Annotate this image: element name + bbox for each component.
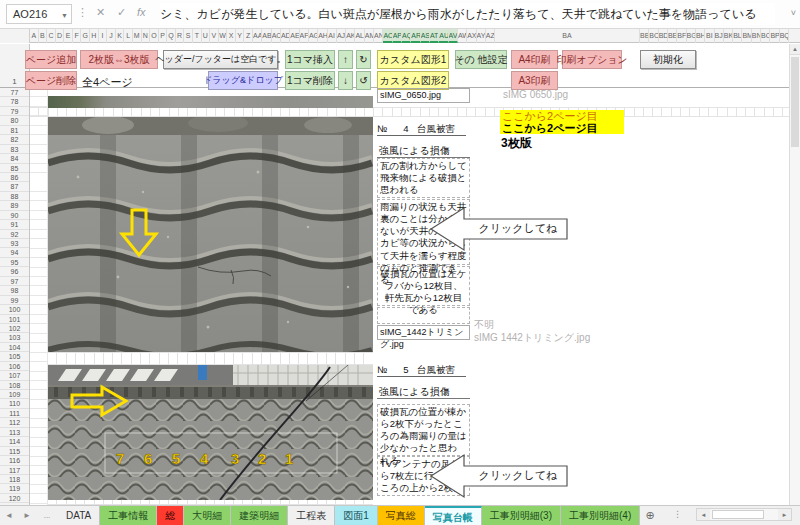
column-header-l[interactable]: L	[124, 29, 133, 43]
add-sheet-icon[interactable]: ⊕	[640, 506, 660, 525]
column-header-an[interactable]: AN	[374, 29, 383, 43]
column-header-t[interactable]: T	[193, 29, 202, 43]
column-header-bg[interactable]: BG	[687, 29, 696, 43]
tab-nav-more[interactable]: ...	[36, 506, 58, 525]
column-header-j[interactable]: J	[107, 29, 116, 43]
column-headers-aa-az[interactable]: AAABACADAEAFAGAHAIAJAKALAMANAOAPAQARASAT…	[253, 29, 495, 43]
click-callout-2[interactable]: クリックしてね	[428, 452, 569, 500]
column-header-ab[interactable]: AB	[262, 29, 271, 43]
column-header-bd[interactable]: BD	[659, 29, 668, 43]
column-header-z[interactable]: Z	[244, 29, 253, 43]
column-header-r[interactable]: R	[176, 29, 185, 43]
column-header-h[interactable]: H	[90, 29, 99, 43]
horizontal-scrollbar[interactable]: ◄ ►	[696, 508, 792, 521]
column-header-y[interactable]: Y	[236, 29, 245, 43]
scroll-right-icon[interactable]: ►	[778, 509, 791, 520]
column-header-aj[interactable]: AJ	[337, 29, 346, 43]
row-header-109[interactable]: 109	[0, 390, 29, 399]
row-header-105[interactable]: 105	[0, 352, 29, 361]
sheet-tab-工事別明細(4)[interactable]: 工事別明細(4)	[561, 506, 640, 525]
photo-roof-closeup[interactable]	[48, 117, 373, 352]
column-header-k[interactable]: K	[116, 29, 125, 43]
column-header-ah[interactable]: AH	[318, 29, 327, 43]
column-header-at[interactable]: AT	[430, 29, 439, 43]
column-header-ac[interactable]: AC	[272, 29, 281, 43]
row-header-111[interactable]: 111	[0, 409, 29, 418]
position-desc-cell[interactable]: 破損瓦の位置が棟から2枚下がったところの為雨漏りの量は少なかったと思われる	[377, 404, 470, 456]
column-header-s[interactable]: S	[184, 29, 193, 43]
row-header-107[interactable]: 107	[0, 371, 29, 380]
row-header-95[interactable]: 95	[0, 258, 29, 267]
column-header-au[interactable]: AU	[439, 29, 448, 43]
rotate-ccw-button[interactable]: ↺	[356, 71, 371, 90]
scroll-left-icon[interactable]: ◄	[697, 509, 710, 520]
a4-print-button[interactable]: A4印刷	[511, 50, 558, 69]
row-header-79[interactable]: 79	[0, 107, 29, 116]
drag-drop-button[interactable]: ドラッグ&ドロップ	[208, 71, 278, 90]
accept-icon[interactable]: ✓	[117, 6, 126, 19]
row-header-81[interactable]: 81	[0, 126, 29, 135]
column-header-m[interactable]: M	[133, 29, 142, 43]
page-delete-button[interactable]: ページ削除	[25, 71, 77, 90]
column-header-g[interactable]: G	[81, 29, 90, 43]
row-header-97[interactable]: 97	[0, 277, 29, 286]
row-header-117[interactable]: 117	[0, 466, 29, 475]
column-header-w[interactable]: W	[219, 29, 228, 43]
column-header-a[interactable]: A	[30, 29, 39, 43]
column-header-ay[interactable]: AY	[477, 29, 486, 43]
row-header-102[interactable]: 102	[0, 324, 29, 333]
name-box-dropdown-icon[interactable]: ▼	[61, 12, 68, 19]
move-up-button[interactable]: ↑	[338, 50, 353, 69]
column-header-bq[interactable]: BQ	[780, 29, 789, 43]
column-header-bc[interactable]: BC	[649, 29, 658, 43]
row-header-114[interactable]: 114	[0, 437, 29, 446]
other-settings-button[interactable]: その 他設定	[455, 50, 507, 69]
custom-shape1-button[interactable]: カスタム図形1	[377, 50, 449, 69]
row-header-120[interactable]: 120	[0, 494, 29, 503]
column-header-am[interactable]: AM	[365, 29, 374, 43]
sheet-tab-図面1[interactable]: 図面1	[335, 506, 378, 525]
row-header-94[interactable]: 94	[0, 248, 29, 257]
layout-toggle-button[interactable]: 2枚版⇔3枚版	[80, 50, 158, 69]
row-header-86[interactable]: 86	[0, 173, 29, 182]
header-footer-button[interactable]: ヘッダー/フッターは空白です。	[163, 50, 278, 69]
cancel-icon[interactable]: ✕	[96, 6, 105, 19]
sheet-tab-総[interactable]: 総	[157, 506, 184, 525]
column-header-d[interactable]: D	[56, 29, 65, 43]
sheet-tab-工程表[interactable]: 工程表	[288, 506, 335, 525]
column-header-bf[interactable]: BF	[677, 29, 686, 43]
scroll-up-icon[interactable]: ▲	[790, 44, 800, 55]
column-header-o[interactable]: O	[150, 29, 159, 43]
row-header-88[interactable]: 88	[0, 192, 29, 201]
column-header-aq[interactable]: AQ	[402, 29, 411, 43]
row-header-100[interactable]: 100	[0, 305, 29, 314]
column-header-ap[interactable]: AP	[393, 29, 402, 43]
photo1-number-cell[interactable]: № 4 台風被害	[377, 120, 470, 136]
row-header-112[interactable]: 112	[0, 418, 29, 427]
column-header-ar[interactable]: AR	[411, 29, 420, 43]
column-header-aa[interactable]: AA	[253, 29, 262, 43]
row-header-116[interactable]: 116	[0, 456, 29, 465]
row-header-115[interactable]: 115	[0, 447, 29, 456]
column-header-bk[interactable]: BK	[724, 29, 733, 43]
row-header-99[interactable]: 99	[0, 296, 29, 305]
column-header-bo[interactable]: BO	[761, 29, 770, 43]
column-header-p[interactable]: P	[159, 29, 168, 43]
damage-type-cell[interactable]: 強風による損傷	[377, 385, 470, 399]
sheet-tab-DATA[interactable]: DATA	[58, 506, 100, 525]
column-header-b[interactable]: B	[39, 29, 48, 43]
sheet-tab-建築明細[interactable]: 建築明細	[231, 506, 288, 525]
row-headers[interactable]: 7778798081828384858687888990919293949596…	[0, 88, 30, 505]
photo-roof-overview[interactable]: 7 6 5 4 3 2 1	[48, 365, 373, 500]
sheet-tab-写真台帳[interactable]: 写真台帳	[425, 506, 482, 525]
select-all-corner[interactable]	[0, 29, 30, 43]
row-header-118[interactable]: 118	[0, 475, 29, 484]
tab-nav-right-icon[interactable]: ►	[18, 506, 36, 525]
row-header-89[interactable]: 89	[0, 201, 29, 210]
frame-delete-button[interactable]: 1コマ削除	[285, 71, 335, 90]
row-header-84[interactable]: 84	[0, 154, 29, 163]
sheet-tab-写真総[interactable]: 写真総	[378, 506, 425, 525]
photo2-number-cell[interactable]: № 5 台風被害	[377, 361, 470, 377]
row-header-90[interactable]: 90	[0, 211, 29, 220]
row-header-92[interactable]: 92	[0, 230, 29, 239]
